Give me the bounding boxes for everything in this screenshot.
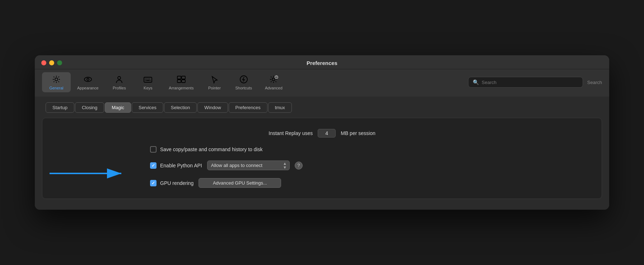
tab-startup[interactable]: Startup (46, 102, 74, 113)
search-icon: 🔍 (473, 79, 479, 85)
toolbar-item-keys[interactable]: Keys (134, 72, 162, 92)
toolbar: General Appearance Profiles (35, 69, 609, 97)
window-title: Preferences (307, 60, 337, 66)
python-api-checkbox-wrapper[interactable]: Enable Python API (150, 162, 202, 169)
gpu-checkbox-wrapper[interactable]: GPU rendering (150, 180, 193, 186)
lightning-icon (239, 74, 249, 84)
svg-point-3 (118, 76, 121, 79)
maximize-button[interactable] (57, 60, 62, 65)
python-api-checkbox[interactable] (150, 162, 157, 169)
instant-replay-row: Instant Replay uses MB per session (57, 129, 587, 138)
content-area: Startup Closing Magic Services Selection… (35, 97, 609, 210)
gear-icon (51, 74, 61, 84)
toolbar-item-general[interactable]: General (42, 72, 71, 92)
python-dropdown-wrapper: Allow all apps to connect Only apps from… (207, 161, 290, 170)
tab-magic[interactable]: Magic (105, 102, 131, 113)
save-history-checkbox[interactable] (150, 146, 157, 153)
arrow-annotation (50, 166, 129, 181)
tab-preferences[interactable]: Preferences (229, 102, 267, 113)
save-history-row: Save copy/paste and command history to d… (57, 146, 587, 153)
svg-point-2 (87, 78, 89, 80)
save-history-checkbox-wrapper[interactable]: Save copy/paste and command history to d… (150, 146, 263, 153)
search-box[interactable]: 🔍 (468, 77, 583, 88)
preferences-window: Preferences General Appearance Pro (35, 55, 609, 210)
toolbar-item-profiles[interactable]: Profiles (105, 72, 134, 92)
svg-rect-4 (144, 77, 152, 82)
instant-replay-input[interactable] (318, 129, 336, 138)
python-api-label: Enable Python API (160, 163, 202, 168)
search-label: Search (587, 80, 602, 85)
svg-rect-15 (182, 80, 185, 83)
toolbar-label-shortcuts: Shortcuts (235, 86, 252, 90)
toolbar-item-shortcuts[interactable]: Shortcuts (229, 72, 258, 92)
advanced-gpu-settings-button[interactable]: Advanced GPU Settings... (199, 178, 281, 188)
toolbar-item-advanced[interactable]: Advanced (258, 72, 289, 92)
svg-rect-13 (182, 76, 185, 79)
tab-bar: Startup Closing Magic Services Selection… (42, 102, 602, 113)
toolbar-label-keys: Keys (144, 86, 152, 90)
svg-rect-14 (177, 80, 181, 83)
eye-icon (83, 74, 93, 84)
toolbar-label-profiles: Profiles (113, 86, 126, 90)
toolbar-item-appearance[interactable]: Appearance (71, 72, 105, 92)
traffic-lights (41, 60, 62, 65)
gpu-rendering-row: GPU rendering Advanced GPU Settings... (57, 178, 587, 188)
tab-services[interactable]: Services (132, 102, 163, 113)
python-api-row: Enable Python API Allow all apps to conn… (57, 161, 587, 170)
tab-selection[interactable]: Selection (164, 102, 197, 113)
svg-point-1 (84, 77, 92, 82)
toolbar-item-arrangements[interactable]: Arrangements (162, 72, 200, 92)
svg-point-17 (272, 78, 275, 81)
toolbar-label-pointer: Pointer (208, 86, 221, 90)
svg-rect-12 (177, 76, 181, 79)
keyboard-icon (143, 74, 153, 84)
pointer-icon (209, 74, 219, 84)
titlebar: Preferences (35, 55, 609, 69)
settings-panel: Instant Replay uses MB per session Save … (42, 118, 602, 199)
tab-closing[interactable]: Closing (75, 102, 104, 113)
advanced-icon (269, 74, 279, 84)
arrangements-icon (176, 74, 186, 84)
toolbar-label-general: General (49, 86, 63, 90)
person-icon (114, 74, 124, 84)
toolbar-item-pointer[interactable]: Pointer (200, 72, 229, 92)
close-button[interactable] (41, 60, 46, 65)
tab-tmux[interactable]: tmux (268, 102, 292, 113)
toolbar-label-appearance: Appearance (77, 86, 98, 90)
toolbar-label-arrangements: Arrangements (169, 86, 193, 90)
minimize-button[interactable] (49, 60, 54, 65)
toolbar-label-advanced: Advanced (265, 86, 283, 90)
gpu-rendering-checkbox[interactable] (150, 180, 157, 186)
help-button[interactable]: ? (295, 162, 303, 169)
svg-point-16 (240, 76, 247, 83)
instant-replay-label: Instant Replay uses (269, 130, 313, 136)
gpu-rendering-label: GPU rendering (160, 180, 193, 186)
python-api-dropdown[interactable]: Allow all apps to connect Only apps from… (207, 161, 290, 170)
save-history-label: Save copy/paste and command history to d… (160, 147, 263, 152)
tab-window[interactable]: Window (197, 102, 228, 113)
svg-point-0 (55, 78, 58, 81)
search-input[interactable] (482, 80, 578, 85)
instant-replay-unit: MB per session (341, 130, 375, 136)
